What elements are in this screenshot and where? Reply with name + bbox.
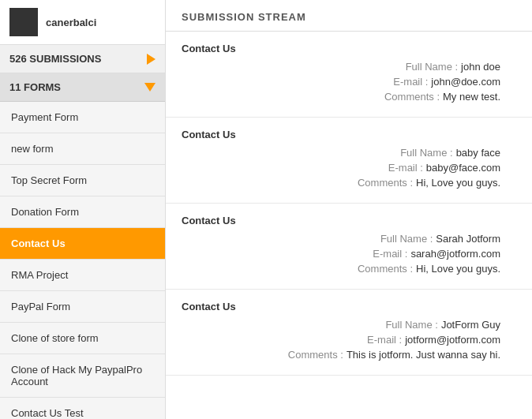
submission-field: Full Name :john doe	[182, 61, 516, 73]
field-value: john doe	[461, 61, 500, 73]
sidebar-item[interactable]: Donation Form	[0, 196, 165, 228]
field-label: E-mail :	[307, 334, 402, 346]
sidebar-item[interactable]: Clone of store form	[0, 323, 165, 354]
field-label: Comments :	[318, 177, 413, 189]
field-label: E-mail :	[313, 248, 407, 260]
sidebar-item[interactable]: PayPal Form	[0, 291, 165, 323]
submission-field: Full Name :JotForm Guy	[182, 319, 516, 331]
submission-field: Full Name :baby face	[182, 147, 516, 159]
submission-form-name: Contact Us	[182, 129, 516, 140]
field-label: Full Name :	[343, 319, 438, 331]
field-value: Sarah Jotform	[436, 233, 500, 245]
field-label: Comments :	[318, 263, 413, 275]
sidebar-item[interactable]: Contact Us Test	[0, 398, 165, 419]
user-header: canerbalci	[0, 0, 165, 45]
sidebar: canerbalci 526 SUBMISSIONS 11 FORMS Paym…	[0, 0, 166, 419]
submission-block: Contact UsFull Name :john doeE-mail :joh…	[166, 32, 532, 118]
sidebar-item[interactable]: Clone of Hack My PaypalPro Account	[0, 354, 165, 398]
submissions-count: 526 SUBMISSIONS	[9, 53, 101, 65]
field-value: Hi, Love you guys.	[416, 263, 500, 275]
field-label: Comments :	[249, 349, 343, 361]
submissions-expand-icon[interactable]	[147, 54, 155, 65]
stream-title: SUBMISSION STREAM	[182, 11, 306, 23]
sidebar-item[interactable]: Top Secret Form	[0, 165, 165, 196]
field-value: baby@face.com	[426, 162, 500, 174]
submission-field: Comments :Hi, Love you guys.	[182, 263, 516, 275]
submission-field: E-mail :baby@face.com	[182, 162, 516, 174]
field-label: Full Name :	[338, 233, 433, 245]
forms-row[interactable]: 11 FORMS	[0, 73, 165, 102]
submission-field: E-mail :john@doe.com	[182, 76, 516, 88]
field-value: baby face	[456, 147, 500, 159]
forms-count: 11 FORMS	[9, 81, 61, 93]
field-value: john@doe.com	[431, 76, 500, 88]
submission-form-name: Contact Us	[182, 301, 516, 312]
submission-form-name: Contact Us	[182, 215, 516, 226]
avatar	[9, 8, 38, 36]
submission-field: Comments :Hi, Love you guys.	[182, 177, 516, 189]
username: canerbalci	[46, 17, 96, 28]
field-label: Full Name :	[363, 61, 458, 73]
stream-header: SUBMISSION STREAM	[166, 0, 532, 32]
field-value: sarah@jotform.com	[410, 248, 500, 260]
sidebar-item[interactable]: Payment Form	[0, 102, 165, 133]
field-value: JotForm Guy	[441, 319, 500, 331]
submissions-row[interactable]: 526 SUBMISSIONS	[0, 45, 165, 73]
field-value: jotform@jotform.com	[405, 334, 500, 346]
submission-block: Contact UsFull Name :baby faceE-mail :ba…	[166, 118, 532, 204]
sidebar-item[interactable]: RMA Project	[0, 260, 165, 291]
field-label: Full Name :	[358, 147, 453, 159]
field-value: This is jotform. Just wanna say hi.	[347, 349, 500, 361]
sidebar-item-contact-us[interactable]: Contact Us	[0, 228, 165, 260]
field-label: E-mail :	[328, 162, 423, 174]
submission-field: E-mail :sarah@jotform.com	[182, 248, 516, 260]
submission-field: Full Name :Sarah Jotform	[182, 233, 516, 245]
field-label: E-mail :	[333, 76, 428, 88]
forms-collapse-icon[interactable]	[144, 83, 155, 92]
field-label: Comments :	[345, 91, 440, 103]
main-content: SUBMISSION STREAM Contact UsFull Name :j…	[166, 0, 532, 419]
field-value: Hi, Love you guys.	[416, 177, 500, 189]
submission-block: Contact UsFull Name :JotForm GuyE-mail :…	[166, 290, 532, 376]
submissions-container: Contact UsFull Name :john doeE-mail :joh…	[166, 32, 532, 376]
submission-field: E-mail :jotform@jotform.com	[182, 334, 516, 346]
submission-field: Comments :My new test.	[182, 91, 516, 103]
submission-form-name: Contact Us	[182, 43, 516, 54]
submission-block: Contact UsFull Name :Sarah JotformE-mail…	[166, 204, 532, 290]
submission-field: Comments :This is jotform. Just wanna sa…	[182, 349, 516, 361]
sidebar-item[interactable]: new form	[0, 133, 165, 165]
field-value: My new test.	[443, 91, 500, 103]
